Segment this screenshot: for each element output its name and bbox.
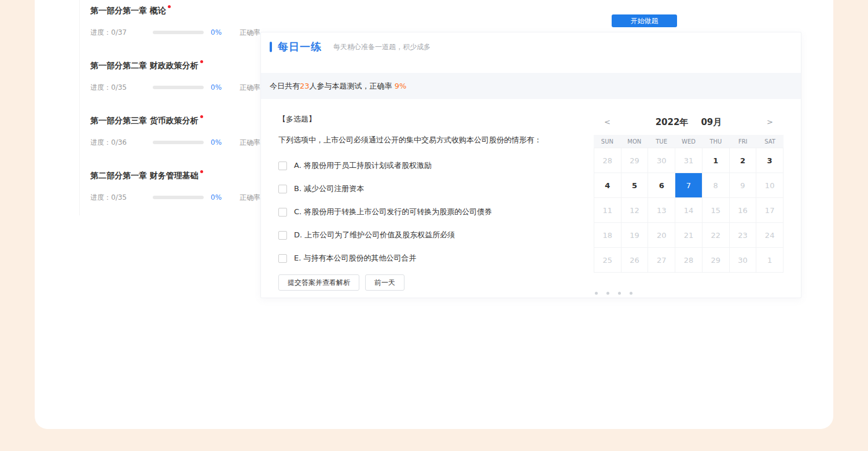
weekday-label: WED: [675, 138, 703, 145]
page: 第一部分第一章 概论 进度：0/37 0% 正确率 第一部分第二章 财政政策分析…: [0, 0, 868, 451]
calendar-day[interactable]: 29: [621, 148, 649, 173]
previous-day-button[interactable]: 前一天: [365, 274, 404, 291]
chapter-accuracy-label: 正确率: [240, 138, 260, 148]
calendar-month: 09月: [701, 117, 722, 128]
prev-month-icon[interactable]: <: [602, 115, 613, 130]
calendar-day[interactable]: 4: [594, 173, 621, 198]
calendar-day[interactable]: 2: [730, 148, 757, 173]
question-text: 下列选项中，上市公司必须通过公开的集中交易方式收购本公司股份的情形有：: [278, 134, 585, 146]
chapter-accuracy-label: 正确率: [240, 83, 260, 93]
calendar-day[interactable]: 22: [703, 223, 730, 248]
daily-practice-title: 每日一练: [278, 40, 322, 54]
notification-dot-icon: [200, 60, 203, 63]
chapter-progress-bar: [153, 31, 204, 34]
daily-practice-subtitle: 每天精心准备一道题，积少成多: [333, 42, 431, 52]
calendar-day[interactable]: 31: [675, 148, 703, 173]
weekday-label: SUN: [594, 138, 621, 145]
calendar-day[interactable]: 20: [648, 223, 675, 248]
calendar-header: < 2022年 09月 >: [594, 115, 784, 130]
chapter-title: 第一部分第三章 货币政策分析: [90, 116, 198, 125]
chapter-progress-label: 进度：0/35: [90, 83, 153, 93]
checkbox[interactable]: [278, 254, 287, 263]
calendar-day[interactable]: 13: [648, 198, 675, 223]
calendar-day[interactable]: 9: [730, 173, 757, 198]
calendar-day[interactable]: 12: [621, 198, 649, 223]
calendar-grid: 28 29 30 31 1 2 3 4 5 6 7 8 9 10 11 12 1: [594, 148, 784, 273]
calendar-day[interactable]: 6: [648, 173, 675, 198]
calendar-day[interactable]: 3: [756, 148, 784, 173]
calendar-day[interactable]: 21: [675, 223, 703, 248]
calendar-day[interactable]: 30: [648, 148, 675, 173]
chapter-accuracy-label: 正确率: [240, 193, 260, 203]
dot: [630, 292, 632, 295]
option-row-c[interactable]: C. 将股份用于转换上市公司发行的可转换为股票的公司债券: [278, 206, 585, 218]
calendar-day[interactable]: 30: [730, 248, 757, 273]
calendar-dots: [595, 292, 632, 295]
chapter-title-row: 第一部分第一章 概论: [90, 5, 403, 16]
stats-accuracy-rate: 9%: [395, 82, 407, 90]
daily-practice-panel: 每日一练 每天精心准备一道题，积少成多 今日共有23人参与本题测试，正确率 9%…: [260, 32, 801, 298]
stats-middle: 人参与本题测试，正确率: [310, 82, 395, 90]
calendar-day[interactable]: 27: [648, 248, 675, 273]
calendar-day[interactable]: 29: [703, 248, 730, 273]
calendar-day[interactable]: 24: [756, 223, 784, 248]
calendar-day[interactable]: 7: [675, 173, 703, 198]
next-month-icon[interactable]: >: [764, 115, 775, 130]
content-card: 第一部分第一章 概论 进度：0/37 0% 正确率 第一部分第二章 财政政策分析…: [35, 0, 833, 429]
calendar-day[interactable]: 10: [756, 173, 784, 198]
calendar-day[interactable]: 8: [703, 173, 730, 198]
calendar-day[interactable]: 14: [675, 198, 703, 223]
calendar-day[interactable]: 28: [594, 148, 621, 173]
calendar-day[interactable]: 17: [756, 198, 784, 223]
calendar-day[interactable]: 18: [594, 223, 621, 248]
option-label: D. 上市公司为了维护公司价值及股东权益所必须: [294, 230, 455, 240]
chapter-progress-percent: 0%: [211, 138, 228, 146]
chapter-progress-label: 进度：0/37: [90, 28, 153, 38]
calendar-weekday-row: SUN MON TUE WED THU FRI SAT: [594, 135, 784, 148]
option-label: C. 将股份用于转换上市公司发行的可转换为股票的公司债券: [294, 207, 492, 217]
daily-practice-header: 每日一练 每天精心准备一道题，积少成多: [270, 40, 431, 54]
stats-participant-count: 23: [300, 82, 310, 90]
checkbox[interactable]: [278, 162, 287, 170]
chapter-progress-bar: [153, 141, 204, 144]
calendar-day[interactable]: 26: [621, 248, 649, 273]
calendar-day[interactable]: 16: [730, 198, 757, 223]
calendar-day[interactable]: 28: [675, 248, 703, 273]
chapter-accuracy-label: 正确率: [240, 28, 260, 38]
chapter-progress-percent: 0%: [211, 83, 228, 91]
chapter-progress-percent: 0%: [211, 193, 228, 201]
dot: [606, 292, 609, 295]
option-row-a[interactable]: A. 将股份用于员工持股计划或者股权激励: [278, 160, 585, 171]
calendar: < 2022年 09月 > SUN MON TUE WED THU FRI SA…: [594, 115, 784, 273]
notification-dot-icon: [200, 115, 203, 118]
checkbox[interactable]: [278, 185, 287, 193]
checkbox[interactable]: [278, 231, 287, 240]
start-practice-button[interactable]: 开始做题: [612, 14, 677, 27]
calendar-day[interactable]: 11: [594, 198, 621, 223]
chapter-title: 第二部分第一章 财务管理基础: [90, 171, 198, 180]
option-label: E. 与持有本公司股份的其他公司合并: [294, 253, 416, 263]
calendar-day[interactable]: 1: [756, 248, 784, 273]
calendar-day[interactable]: 15: [703, 198, 730, 223]
submit-answer-button[interactable]: 提交答案并查看解析: [278, 274, 359, 291]
option-label: B. 减少公司注册资本: [294, 184, 364, 194]
calendar-day[interactable]: 5: [621, 173, 649, 198]
dot: [595, 292, 598, 295]
calendar-day[interactable]: 25: [594, 248, 621, 273]
weekday-label: TUE: [648, 138, 675, 145]
calendar-day[interactable]: 19: [621, 223, 649, 248]
calendar-day[interactable]: 1: [703, 148, 730, 173]
calendar-year-month: 2022年 09月: [656, 117, 722, 128]
title-accent-bar: [270, 42, 272, 52]
option-row-d[interactable]: D. 上市公司为了维护公司价值及股东权益所必须: [278, 229, 585, 241]
weekday-label: FRI: [729, 138, 756, 145]
chapter-progress-label: 进度：0/36: [90, 138, 153, 148]
option-row-b[interactable]: B. 减少公司注册资本: [278, 183, 585, 195]
notification-dot-icon: [200, 170, 203, 173]
calendar-day[interactable]: 23: [730, 223, 757, 248]
participation-stats: 今日共有23人参与本题测试，正确率 9%: [261, 73, 801, 99]
checkbox[interactable]: [278, 208, 287, 217]
dot: [618, 292, 621, 295]
option-row-e[interactable]: E. 与持有本公司股份的其他公司合并: [278, 252, 585, 264]
notification-dot-icon: [168, 5, 171, 8]
